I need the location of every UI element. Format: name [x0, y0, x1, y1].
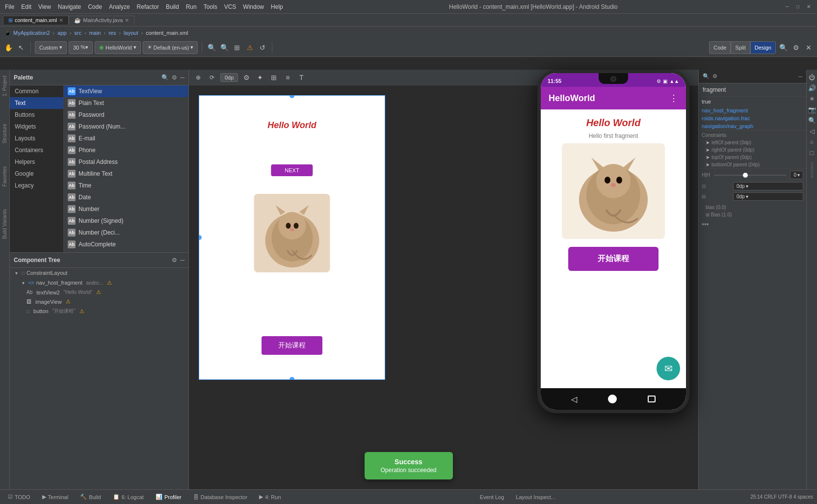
favorites-tab[interactable]: Favorites	[0, 162, 9, 190]
width-dropdown[interactable]: 0dp▾	[733, 182, 803, 190]
height-dropdown[interactable]: 0dp▾	[733, 192, 803, 201]
palette-item-textview[interactable]: Ab TextView	[64, 85, 188, 97]
pan-tool-icon[interactable]: ✋	[3, 42, 14, 53]
tree-settings-icon[interactable]: ⚙	[172, 257, 177, 264]
error-icon[interactable]: ⚠	[244, 42, 255, 53]
logcat-tab[interactable]: 📋 6: Logcat	[109, 493, 148, 501]
phone-back-btn[interactable]: ◁	[571, 395, 577, 404]
phone-home-btn[interactable]	[608, 395, 617, 403]
menu-build[interactable]: Build	[166, 3, 179, 10]
canvas-tool2[interactable]: ✦	[255, 72, 265, 83]
settings-icon[interactable]: ⚙	[791, 42, 801, 53]
device-dropdown[interactable]: ◉ HelloWorld▾	[95, 41, 141, 54]
maximize-button[interactable]: □	[794, 3, 801, 10]
phone-fab[interactable]: ✉	[657, 357, 680, 380]
close-panel-icon[interactable]: ✕	[803, 42, 814, 53]
palette-item-postal[interactable]: Ab Postal Address	[64, 156, 188, 168]
palette-close-icon[interactable]: ─	[180, 74, 184, 81]
menu-refactor[interactable]: Refactor	[137, 3, 159, 10]
canvas-tool5[interactable]: T	[296, 72, 307, 83]
breadcrumb-myapp[interactable]: MyApplication2	[13, 30, 50, 36]
zoom-icon-right[interactable]: 🔍	[807, 115, 817, 126]
palette-item-phone[interactable]: Ab Phone	[64, 144, 188, 156]
palette-cat-buttons[interactable]: Buttons	[10, 109, 63, 121]
handle-bottom[interactable]	[290, 377, 294, 380]
zoom-out-icon[interactable]: 🔍	[219, 42, 230, 53]
menu-vcs[interactable]: VCS	[224, 3, 237, 10]
palette-item-password[interactable]: Ab Password	[64, 109, 188, 121]
run-tab[interactable]: ▶ 4: Run	[255, 493, 285, 501]
menu-run[interactable]: Run	[186, 3, 197, 10]
phone-recents-btn[interactable]	[648, 396, 656, 402]
db-inspector-tab[interactable]: 🗄 Database Inspector	[189, 493, 251, 501]
search-icon[interactable]: 🔍	[778, 42, 789, 53]
menu-edit[interactable]: Edit	[21, 3, 31, 10]
canvas-zoom-to-fit[interactable]: ⊕	[193, 72, 204, 83]
layout-inspect-tab[interactable]: Layout Inspect...	[512, 493, 559, 501]
palette-cat-legacy[interactable]: Legacy	[10, 180, 63, 191]
menu-tools[interactable]: Tools	[204, 3, 217, 10]
screenshot-icon[interactable]: 📷	[807, 104, 817, 115]
breadcrumb-app[interactable]: app	[57, 30, 66, 36]
tree-minimize-icon[interactable]: ─	[180, 257, 184, 264]
palette-cat-containers[interactable]: Containers	[10, 144, 63, 156]
canvas-tool4[interactable]: ≡	[282, 72, 293, 83]
canvas-tool3[interactable]: ⊞	[268, 72, 279, 83]
zoom-in-icon[interactable]: 🔍	[206, 42, 217, 53]
canvas-next-btn[interactable]: NEXT	[271, 164, 313, 176]
palette-cat-layouts[interactable]: Layouts	[10, 133, 63, 144]
build-tab[interactable]: 🔨 Build	[76, 493, 105, 501]
palette-search-icon[interactable]: 🔍	[161, 74, 169, 81]
tab-content-main-xml[interactable]: ⊞ content_main.xml ✕	[3, 16, 69, 25]
menu-window[interactable]: Window	[243, 3, 264, 10]
palette-item-multiline[interactable]: Ab Multiline Text	[64, 168, 188, 180]
palette-item-time[interactable]: Ab Time	[64, 180, 188, 191]
brightness-icon[interactable]: ☀	[807, 93, 817, 104]
tab-main-activity-java[interactable]: ☕ MainActivity.java ✕	[69, 16, 134, 25]
menu-code[interactable]: Code	[88, 3, 102, 10]
palette-cat-common[interactable]: Common	[10, 85, 63, 97]
handle-left[interactable]	[199, 235, 202, 240]
palette-item-number[interactable]: Ab Number	[64, 203, 188, 215]
minimize-button[interactable]: ─	[784, 3, 791, 10]
search-attr-icon[interactable]: 🔍	[703, 73, 710, 80]
tree-constraint-layout[interactable]: ▾ □ ConstraintLayout	[10, 268, 188, 278]
close-attr-icon[interactable]: ─	[798, 74, 802, 80]
settings-attr-icon[interactable]: ⚙	[712, 73, 717, 80]
project-tab[interactable]: 1: Project	[0, 72, 9, 100]
terminal-tab[interactable]: ▶ Terminal	[38, 493, 73, 501]
palette-cat-helpers[interactable]: Helpers	[10, 156, 63, 168]
volume-icon[interactable]: 🔊	[807, 82, 817, 93]
palette-item-autocomplete[interactable]: Ab AutoComplete	[64, 239, 188, 250]
zoom-dropdown[interactable]: 30%▾	[69, 41, 93, 54]
breadcrumb-src[interactable]: src	[74, 30, 81, 36]
tree-textview2[interactable]: Ab textView2 "Hello World" ⚠	[10, 288, 188, 297]
menu-help[interactable]: Help	[271, 3, 283, 10]
structure-tab[interactable]: Structure	[0, 120, 9, 148]
palette-cat-google[interactable]: Google	[10, 168, 63, 180]
refresh-icon[interactable]: ↺	[257, 42, 268, 53]
breadcrumb-main[interactable]: main	[89, 30, 101, 36]
palette-item-number-deci[interactable]: Ab Number (Deci...	[64, 227, 188, 239]
back-icon[interactable]: ◁	[807, 126, 817, 136]
event-log-tab[interactable]: Event Log	[476, 493, 508, 501]
tree-nav-host[interactable]: ▾ <> nav_host_fragment andro... ⚠	[10, 278, 188, 288]
canvas-tool1[interactable]: ⚙	[241, 72, 252, 83]
canvas-offset-input[interactable]: 0dp	[220, 73, 238, 82]
design-view-btn[interactable]: Design	[750, 41, 776, 54]
canvas-start-btn[interactable]: 开始课程	[262, 336, 322, 355]
breadcrumb-res[interactable]: res	[108, 30, 116, 36]
custom-dropdown[interactable]: Custom▾	[35, 41, 67, 54]
menu-view[interactable]: View	[38, 3, 51, 10]
palette-cat-text[interactable]: Text	[10, 97, 63, 109]
more-attrs-icon[interactable]: •••	[699, 218, 806, 230]
palette-item-password-num[interactable]: Ab Password (Num...	[64, 121, 188, 133]
power-icon[interactable]: ⏻	[807, 72, 817, 82]
theme-dropdown[interactable]: ☀ Default (en-us)▾	[143, 41, 198, 54]
code-view-btn[interactable]: Code	[709, 41, 731, 54]
hh-slider-thumb[interactable]	[743, 173, 748, 178]
menu-analyze[interactable]: Analyze	[109, 3, 130, 10]
hh-value-input[interactable]: 0 ▾	[790, 171, 803, 179]
fit-screen-icon[interactable]: ⊞	[232, 42, 242, 53]
profiler-tab[interactable]: 📊 Profiler	[152, 493, 185, 501]
